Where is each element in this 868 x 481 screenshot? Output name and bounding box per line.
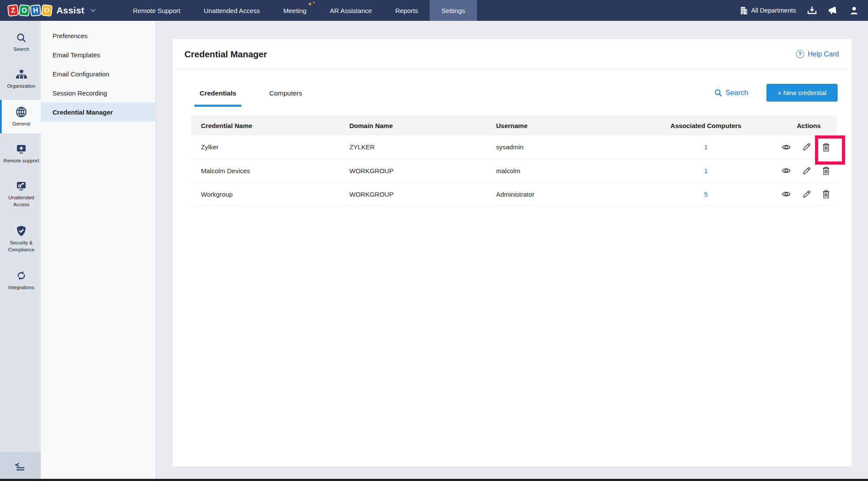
sidebar-item-security-compliance[interactable]: Security & Compliance [0, 219, 41, 259]
building-icon [740, 7, 748, 15]
trash-icon [822, 166, 830, 175]
main-content: Credential Manager ? Help Card Credentia… [155, 21, 868, 481]
cell-username: malcolm [486, 159, 631, 182]
submenu-item-credential-manager[interactable]: Credential Manager [41, 102, 155, 122]
logo-letter: H [30, 4, 41, 16]
toolbar: Credentials Computers Search + New crede… [200, 85, 838, 107]
download-icon[interactable] [807, 6, 817, 15]
credential-manager-card: Credential Manager ? Help Card Credentia… [173, 39, 852, 467]
general-settings-submenu: Preferences Email Templates Email Config… [41, 21, 155, 481]
edit-button[interactable] [802, 190, 811, 198]
credentials-table-body: Zylker ZYLKER sysadmin 1 Malcolm Devices… [191, 135, 837, 206]
edit-button[interactable] [802, 167, 811, 175]
chevron-down-icon[interactable] [90, 9, 96, 13]
submenu-item-email-configuration[interactable]: Email Configuration [41, 64, 155, 83]
trash-icon [822, 143, 830, 152]
cell-domain-name: ZYLKER [339, 135, 486, 159]
tab-computers[interactable]: Computers [269, 89, 302, 107]
view-button[interactable] [782, 191, 791, 198]
cell-credential-name: Workgroup [191, 182, 339, 206]
shield-check-icon [16, 225, 26, 237]
search-button[interactable]: Search [714, 89, 748, 97]
pencil-icon [802, 143, 811, 151]
logo-letter: Z [7, 4, 19, 16]
megaphone-icon[interactable] [828, 6, 838, 15]
sidebar-item-unattended-access[interactable]: Unattended Access [0, 175, 41, 214]
edit-button[interactable] [802, 143, 811, 151]
all-departments-label: All Departments [751, 7, 796, 14]
help-question-icon: ? [796, 50, 804, 58]
tab-credentials[interactable]: Credentials [194, 89, 241, 107]
cell-domain-name: WORKGROUP [339, 182, 486, 206]
column-username: Username [486, 115, 631, 135]
sidebar-item-integrations[interactable]: Integrations [0, 264, 41, 297]
user-icon[interactable] [850, 6, 858, 15]
sparkle-icon: ✦✦ [308, 1, 316, 7]
card-header: Credential Manager ? Help Card [173, 39, 852, 69]
product-name: Assist [56, 5, 84, 16]
eye-icon [782, 144, 791, 151]
pencil-icon [802, 167, 811, 175]
cell-credential-name: Zylker [191, 135, 339, 159]
cell-username: Administrator [486, 182, 631, 206]
remote-support-icon [16, 144, 27, 155]
delete-button[interactable] [822, 143, 830, 152]
help-card-link[interactable]: ? Help Card [796, 50, 839, 58]
nav-meeting[interactable]: Meeting ✦✦ [272, 0, 318, 21]
nav-reports[interactable]: Reports [384, 0, 430, 21]
all-departments-selector[interactable]: All Departments [740, 7, 796, 15]
eye-icon [782, 167, 791, 174]
top-navigation: Z O H O Assist Remote Support Unattended… [0, 0, 868, 21]
globe-icon [16, 106, 27, 118]
table-header-row: Credential Name Domain Name Username Ass… [191, 115, 837, 135]
cell-domain-name: WORKGROUP [339, 159, 486, 182]
credentials-table: Credential Name Domain Name Username Ass… [191, 115, 837, 206]
column-actions: Actions [781, 115, 837, 135]
unattended-access-icon [16, 181, 27, 191]
delete-button[interactable] [822, 166, 830, 175]
logo-letter: O [41, 4, 53, 16]
bottom-edge-bar [0, 479, 868, 481]
associated-computers-link[interactable]: 5 [704, 191, 707, 198]
toolbar-right: Search + New credential [714, 84, 838, 107]
submenu-item-session-recording[interactable]: Session Recording [41, 83, 155, 102]
sidebar-item-search[interactable]: Search [0, 26, 41, 59]
search-icon [714, 89, 722, 97]
cell-username: sysadmin [486, 135, 631, 159]
nav-remote-support[interactable]: Remote Support [121, 0, 192, 21]
sidebar-item-general[interactable]: General [0, 100, 41, 133]
submenu-item-email-templates[interactable]: Email Templates [41, 45, 155, 64]
new-credential-button[interactable]: + New credential [766, 84, 838, 102]
organization-icon [16, 69, 27, 80]
settings-category-sidebar: Search Organization General Remote suppo… [0, 21, 41, 481]
sidebar-item-remote-support[interactable]: Remote support [0, 138, 41, 170]
pencil-icon [802, 190, 811, 198]
nav-ar-assistance[interactable]: AR Assistance [318, 0, 384, 21]
table-row: Malcolm Devices WORKGROUP malcolm 1 [191, 159, 837, 182]
integrations-icon [16, 270, 27, 281]
column-associated-computers: Associated Computers [631, 115, 781, 135]
associated-computers-link[interactable]: 1 [704, 143, 707, 151]
view-button[interactable] [782, 144, 791, 151]
table-row: Zylker ZYLKER sysadmin 1 [191, 135, 837, 159]
view-button[interactable] [782, 167, 791, 174]
sidebar-item-organization[interactable]: Organization [0, 63, 41, 96]
delete-button[interactable] [822, 190, 830, 198]
eye-icon [782, 191, 791, 198]
search-icon [16, 33, 26, 43]
zoho-assist-logo[interactable]: Z O H O Assist [0, 0, 96, 21]
associated-computers-link[interactable]: 1 [704, 167, 707, 175]
tabs: Credentials Computers [200, 89, 302, 107]
logo-letter: O [19, 4, 30, 16]
page-title: Credential Manager [184, 49, 267, 59]
collapse-sidebar-icon [15, 463, 26, 471]
nav-unattended-access[interactable]: Unattended Access [192, 0, 271, 21]
zoho-logo-icon: Z O H O [8, 5, 52, 16]
trash-icon [822, 190, 830, 198]
main-nav: Remote Support Unattended Access Meeting… [121, 0, 477, 21]
topnav-right-controls: All Departments [740, 0, 868, 21]
nav-settings[interactable]: Settings [430, 0, 477, 21]
column-domain-name: Domain Name [339, 115, 486, 135]
submenu-item-preferences[interactable]: Preferences [41, 26, 155, 45]
collapse-sidebar-button[interactable] [0, 452, 41, 481]
